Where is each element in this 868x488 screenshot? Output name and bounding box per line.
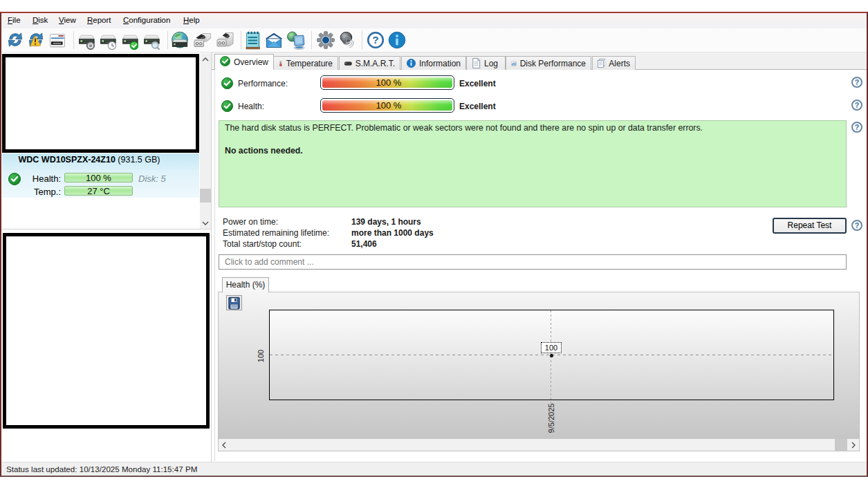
svg-text:?: ? [855, 101, 859, 109]
svg-text:?: ? [855, 123, 859, 131]
svg-text:?: ? [855, 78, 859, 86]
svg-text:?: ? [372, 34, 378, 46]
svg-text:?: ? [855, 221, 859, 229]
